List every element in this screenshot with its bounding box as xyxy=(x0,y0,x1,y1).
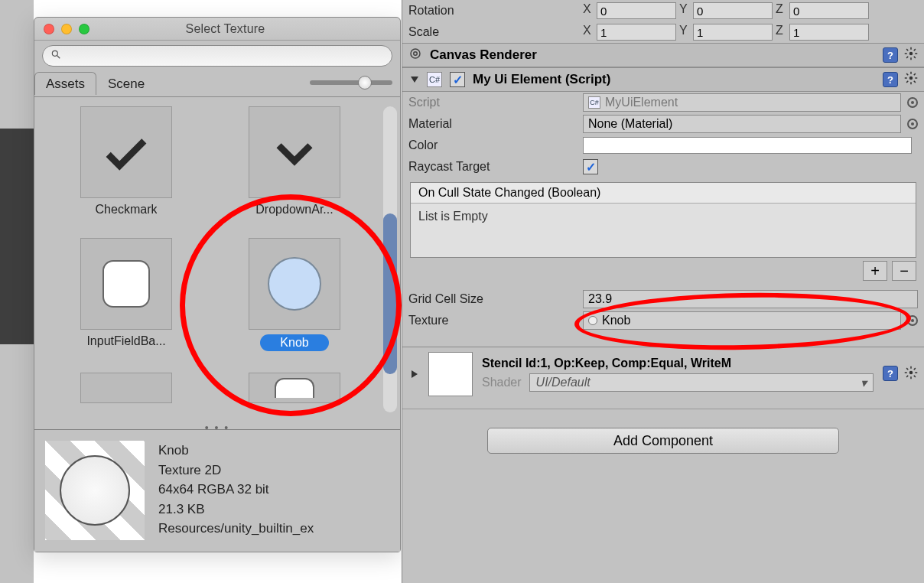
remove-event-button[interactable]: − xyxy=(892,261,916,281)
crop-strip xyxy=(0,344,34,583)
svg-point-4 xyxy=(909,52,913,56)
texture-item-label: DropdownAr... xyxy=(255,203,333,217)
event-list-header: On Cull State Changed (Boolean) xyxy=(411,183,916,204)
svg-point-8 xyxy=(909,371,913,375)
search-input[interactable] xyxy=(66,50,384,62)
gear-icon[interactable] xyxy=(904,47,918,64)
material-field[interactable]: None (Material) xyxy=(583,115,901,133)
scale-z-input[interactable] xyxy=(789,24,869,41)
scale-label: Scale xyxy=(408,25,577,39)
help-icon[interactable]: ? xyxy=(883,72,898,87)
rotation-y-input[interactable] xyxy=(693,2,773,19)
texture-item-selected[interactable]: Knob xyxy=(218,238,371,351)
shader-label: Shader xyxy=(482,376,522,389)
svg-marker-5 xyxy=(411,77,418,83)
texture-item[interactable]: InputFieldBa... xyxy=(50,238,203,351)
script-field: C# MyUiElement xyxy=(583,93,901,112)
search-field-wrap xyxy=(42,45,392,67)
picker-tabs: Assets Scene xyxy=(34,71,400,97)
preview-thumbnail xyxy=(45,441,145,540)
preview-size: 21.3 KB xyxy=(158,500,314,519)
material-value: None (Material) xyxy=(588,117,672,131)
svg-marker-7 xyxy=(412,370,418,378)
event-list-body: List is Empty xyxy=(411,204,916,257)
rotation-z-input[interactable] xyxy=(789,2,869,19)
help-icon[interactable]: ? xyxy=(883,366,898,381)
shader-dropdown[interactable]: UI/Default ▾ xyxy=(529,373,874,392)
search-icon xyxy=(50,49,61,63)
grid-cell-size-input[interactable] xyxy=(583,290,918,308)
scale-y-input[interactable] xyxy=(693,24,773,41)
svg-point-3 xyxy=(414,52,418,56)
component-title: Canvas Renderer xyxy=(430,47,537,63)
axis-y-label: Y xyxy=(679,24,690,41)
tab-assets[interactable]: Assets xyxy=(34,72,96,95)
texture-field[interactable]: Knob xyxy=(583,311,901,330)
gear-icon[interactable] xyxy=(904,366,918,383)
rotation-x-input[interactable] xyxy=(597,2,676,19)
texture-item-label: InputFieldBa... xyxy=(86,334,165,348)
disclosure-triangle[interactable] xyxy=(408,370,419,379)
resize-handle[interactable]: • • • xyxy=(205,422,229,434)
target-icon xyxy=(408,47,422,64)
crop-strip xyxy=(0,129,34,344)
svg-point-2 xyxy=(411,49,420,58)
canvas-renderer-header[interactable]: Canvas Renderer ? xyxy=(402,43,924,67)
crop-strip xyxy=(0,0,34,129)
scrollbar[interactable] xyxy=(383,106,397,412)
truncated-thumb xyxy=(80,373,172,403)
color-field[interactable] xyxy=(583,137,912,154)
checkmark-icon xyxy=(80,106,172,198)
material-label: Material xyxy=(408,117,577,131)
object-picker-icon[interactable] xyxy=(907,315,918,326)
script-label: Script xyxy=(408,96,577,109)
dropdown-arrow-icon xyxy=(249,106,340,198)
object-picker-icon[interactable] xyxy=(907,97,918,108)
add-component-button[interactable]: Add Component xyxy=(487,428,839,454)
texture-grid-area: Checkmark DropdownAr... InputFieldBa... … xyxy=(34,97,400,429)
window-close-button[interactable] xyxy=(44,24,54,34)
preview-type: Texture 2D xyxy=(158,461,314,480)
inspector-panel: Rotation X Y Z Scale X Y Z Canvas Render… xyxy=(402,0,924,583)
grid-cell-size-label: Grid Cell Size xyxy=(408,292,577,306)
thumbnail-size-slider[interactable] xyxy=(310,80,392,85)
raycast-target-checkbox[interactable] xyxy=(583,159,598,174)
texture-item[interactable]: DropdownAr... xyxy=(218,106,371,217)
chevron-down-icon: ▾ xyxy=(861,376,867,390)
gear-icon[interactable] xyxy=(904,71,918,88)
csharp-script-icon: C# xyxy=(588,96,600,109)
tab-scene[interactable]: Scene xyxy=(96,72,156,95)
window-titlebar: Select Texture xyxy=(34,18,400,41)
raycast-label: Raycast Target xyxy=(408,160,577,174)
rotation-label: Rotation xyxy=(408,4,577,18)
scale-x-input[interactable] xyxy=(597,24,676,41)
component-title: My Ui Element (Script) xyxy=(473,72,610,87)
preview-info: Knob Texture 2D 64x64 RGBA 32 bit 21.3 K… xyxy=(158,441,314,541)
transform-rotation-row: Rotation X Y Z xyxy=(402,0,924,21)
object-picker-icon[interactable] xyxy=(907,119,918,129)
component-enabled-checkbox[interactable] xyxy=(450,72,465,87)
texture-label: Texture xyxy=(408,314,577,327)
knob-icon xyxy=(588,316,597,325)
texture-item[interactable] xyxy=(218,373,371,403)
texture-item-label: Knob xyxy=(260,334,328,351)
select-texture-window: Select Texture Assets Scene Checkmark xyxy=(34,17,401,552)
svg-line-1 xyxy=(57,56,60,59)
axis-z-label: Z xyxy=(776,24,786,41)
texture-item[interactable]: Checkmark xyxy=(50,106,203,217)
script-component-header[interactable]: C# My Ui Element (Script) ? xyxy=(402,67,924,92)
disclosure-triangle[interactable] xyxy=(408,75,419,84)
axis-y-label: Y xyxy=(679,2,690,19)
script-value: MyUiElement xyxy=(605,96,678,109)
axis-z-label: Z xyxy=(776,2,786,19)
input-field-background-icon xyxy=(80,238,172,330)
help-icon[interactable]: ? xyxy=(883,47,898,63)
window-title: Select Texture xyxy=(60,22,391,36)
shader-value: UI/Default xyxy=(536,376,591,389)
axis-x-label: X xyxy=(583,24,594,41)
preview-dimensions: 64x64 RGBA 32 bit xyxy=(158,480,314,500)
material-title: Stencil Id:1, Op:Keep, Comp:Equal, Write… xyxy=(482,357,874,370)
texture-item[interactable] xyxy=(50,373,203,403)
truncated-thumb xyxy=(249,373,340,403)
add-event-button[interactable]: + xyxy=(863,261,887,281)
